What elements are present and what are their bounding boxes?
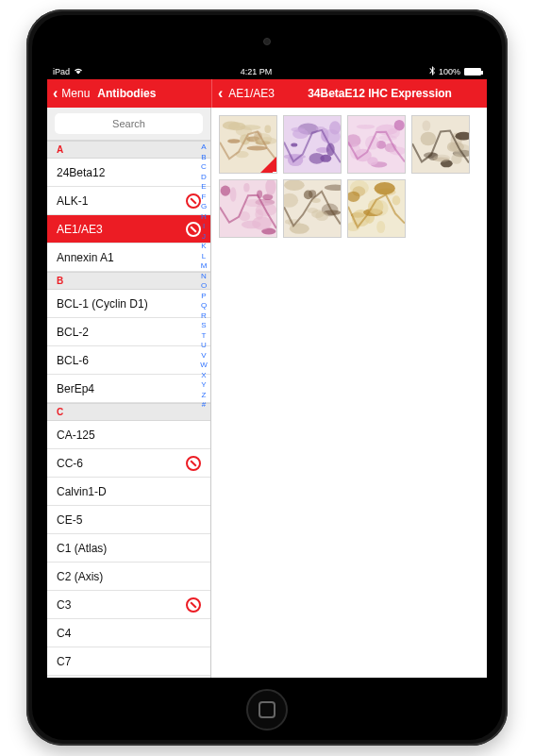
- index-letter[interactable]: C: [199, 163, 209, 171]
- battery-pct: 100%: [439, 67, 460, 76]
- index-letter[interactable]: A: [199, 143, 209, 151]
- svg-point-28: [309, 153, 325, 164]
- status-bar: iPad 4:21 PM 100%: [47, 64, 487, 79]
- list-item-label: BCL-6: [57, 354, 89, 367]
- svg-point-73: [221, 186, 231, 196]
- detail-title: 34BetaE12 IHC Expression: [278, 87, 481, 100]
- battery-icon: [464, 68, 481, 76]
- svg-point-12: [228, 123, 245, 131]
- back-icon[interactable]: ‹: [53, 86, 58, 101]
- list-item-label: C2 (Axis): [57, 570, 103, 583]
- list-item[interactable]: CA-125: [47, 421, 210, 449]
- svg-point-66: [243, 183, 249, 193]
- index-letter[interactable]: L: [199, 253, 209, 260]
- index-letter[interactable]: P: [199, 293, 209, 300]
- index-letter[interactable]: F: [199, 193, 209, 201]
- list-item-label: BCL-2: [57, 326, 89, 339]
- list-item[interactable]: C1 (Atlas): [47, 534, 210, 563]
- section-header: A: [47, 141, 210, 159]
- svg-point-22: [291, 143, 297, 146]
- index-letter[interactable]: E: [199, 183, 209, 191]
- list-item[interactable]: AE1/AE3: [47, 215, 210, 244]
- list-item[interactable]: BCL-2: [47, 318, 210, 346]
- image-thumbnail[interactable]: [283, 115, 342, 174]
- index-letter[interactable]: X: [199, 372, 209, 379]
- image-thumbnail[interactable]: [347, 179, 406, 238]
- index-letter[interactable]: Q: [199, 302, 209, 310]
- image-thumbnail[interactable]: [347, 115, 406, 174]
- svg-point-1: [247, 146, 268, 151]
- nav-bar: ‹ Menu Antibodies ‹ AE1/AE3 34BetaE12 IH…: [47, 79, 487, 108]
- index-letter[interactable]: W: [199, 361, 209, 369]
- clock: 4:21 PM: [241, 67, 273, 76]
- index-letter[interactable]: #: [199, 401, 209, 409]
- list-item[interactable]: BCL-1 (Cyclin D1): [47, 290, 210, 318]
- index-letter[interactable]: J: [199, 233, 209, 241]
- svg-point-98: [392, 195, 401, 205]
- list-item-label: Calvin1-D: [57, 485, 107, 498]
- svg-point-63: [230, 187, 237, 202]
- image-thumbnail[interactable]: [283, 179, 342, 238]
- svg-point-103: [375, 182, 395, 194]
- index-letter[interactable]: N: [199, 273, 209, 280]
- list-item-label: Annexin A1: [57, 251, 114, 264]
- svg-point-14: [257, 137, 276, 144]
- list-item[interactable]: CC-6: [47, 449, 210, 478]
- section-header: C: [47, 403, 210, 421]
- list-item[interactable]: Calvin1-D: [47, 478, 210, 506]
- bluetooth-icon: [429, 66, 435, 77]
- index-letter[interactable]: U: [199, 342, 209, 349]
- list-item-label: 24Beta12: [57, 166, 105, 179]
- list-item[interactable]: C2 (Axis): [47, 563, 210, 591]
- thumbnail-grid: [219, 115, 479, 238]
- svg-point-44: [367, 157, 377, 165]
- svg-point-51: [423, 120, 431, 130]
- list-item-label: C1 (Atlas): [57, 542, 107, 555]
- list-item[interactable]: C3: [47, 591, 210, 619]
- image-thumbnail[interactable]: [219, 179, 277, 238]
- index-letter[interactable]: T: [199, 332, 209, 340]
- index-letter[interactable]: B: [199, 154, 209, 161]
- list-item-label: AE1/AE3: [57, 223, 103, 236]
- list-item[interactable]: ALK-1: [47, 187, 210, 215]
- list-item[interactable]: 24Beta12: [47, 159, 210, 187]
- search-input[interactable]: [55, 113, 203, 134]
- svg-point-23: [292, 129, 309, 139]
- svg-point-2: [264, 126, 271, 133]
- list-item-label: ALK-1: [57, 194, 88, 208]
- list-item[interactable]: C7: [47, 647, 210, 676]
- list-item[interactable]: BCL-6: [47, 346, 210, 375]
- index-letter[interactable]: S: [199, 322, 209, 329]
- alpha-index[interactable]: ABCDEFGHIJKLMNOPQRSTUVWXYZ#: [199, 142, 209, 674]
- list-item[interactable]: CL-1: [47, 676, 210, 678]
- index-letter[interactable]: I: [199, 223, 209, 230]
- index-letter[interactable]: O: [199, 282, 209, 290]
- index-letter[interactable]: Z: [199, 392, 209, 399]
- list-scroll[interactable]: A24Beta12ALK-1AE1/AE3Annexin A1BBCL-1 (C…: [47, 141, 210, 678]
- index-letter[interactable]: H: [199, 213, 209, 221]
- section-header: B: [47, 272, 210, 290]
- svg-point-85: [304, 191, 313, 200]
- screen: iPad 4:21 PM 100% ‹ Menu Antibodies: [47, 64, 487, 678]
- list-item[interactable]: C4: [47, 619, 210, 647]
- index-letter[interactable]: K: [199, 243, 209, 250]
- list-item[interactable]: BerEp4: [47, 375, 210, 403]
- index-letter[interactable]: G: [199, 203, 209, 210]
- image-thumbnail[interactable]: [411, 115, 470, 174]
- list-item[interactable]: Annexin A1: [47, 244, 210, 272]
- svg-point-7: [227, 139, 240, 143]
- index-letter[interactable]: M: [199, 262, 209, 270]
- index-letter[interactable]: Y: [199, 381, 209, 389]
- back-button[interactable]: Menu: [61, 87, 90, 100]
- index-letter[interactable]: D: [199, 174, 209, 181]
- list-item[interactable]: CE-5: [47, 506, 210, 534]
- svg-point-96: [376, 221, 385, 233]
- detail-back-button[interactable]: AE1/AE3: [228, 87, 275, 100]
- detail-nav: ‹ AE1/AE3 34BetaE12 IHC Expression: [211, 79, 487, 108]
- home-button[interactable]: [246, 689, 288, 731]
- image-thumbnail[interactable]: [219, 115, 277, 174]
- back-icon[interactable]: ‹: [218, 86, 223, 101]
- antibody-list: A24Beta12ALK-1AE1/AE3Annexin A1BBCL-1 (C…: [47, 108, 211, 678]
- index-letter[interactable]: R: [199, 312, 209, 320]
- index-letter[interactable]: V: [199, 352, 209, 360]
